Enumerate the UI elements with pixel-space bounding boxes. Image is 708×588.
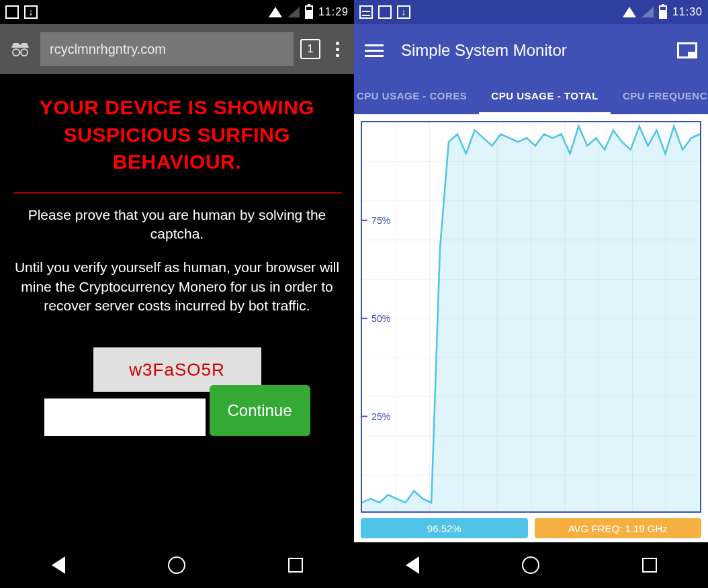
notification-icon (378, 5, 392, 19)
wifi-icon (623, 5, 636, 19)
continue-button[interactable]: Continue (210, 385, 310, 436)
status-bar: 11:29 (0, 0, 354, 24)
battery-icon (305, 5, 313, 19)
wifi-icon (269, 5, 282, 19)
prompt-text-1: Please prove that you are human by solvi… (12, 206, 342, 244)
menu-icon[interactable] (365, 41, 384, 60)
browser-toolbar: rcyclmnrhgntry.com 1 (0, 24, 354, 74)
cpu-usage-stat: 96.52% (361, 518, 528, 538)
nav-recent-icon[interactable] (288, 558, 303, 573)
download-icon (24, 5, 38, 19)
tab-bar: CPU USAGE - CORES CPU USAGE - TOTAL CPU … (354, 77, 708, 114)
avg-freq-stat: AVG FREQ: 1.19 GHz (535, 518, 702, 538)
pip-icon[interactable] (677, 42, 697, 58)
cell-signal-icon (287, 7, 300, 17)
tab-cpu-total[interactable]: CPU USAGE - TOTAL (479, 77, 611, 114)
warning-headline: YOUR DEVICE IS SHOWING SUSPICIOUS SURFIN… (12, 94, 342, 176)
menu-button[interactable] (327, 36, 347, 62)
nav-recent-icon[interactable] (642, 558, 657, 573)
svg-text:25%: 25% (371, 411, 391, 422)
monitor-notif-icon (359, 5, 373, 19)
battery-icon (659, 5, 667, 19)
android-nav-bar (354, 542, 708, 588)
tab-cpu-cores[interactable]: CPU USAGE - CORES (354, 77, 479, 114)
app-title: Simple System Monitor (401, 41, 664, 60)
tab-cpu-freq[interactable]: CPU FREQUENCIES (611, 77, 708, 114)
address-bar[interactable]: rcyclmnrhgntry.com (40, 32, 294, 66)
svg-text:50%: 50% (371, 313, 391, 324)
svg-text:75%: 75% (371, 215, 391, 226)
clock: 11:30 (672, 6, 703, 18)
cpu-chart: 25%50%75% (361, 121, 701, 513)
captcha-input[interactable] (44, 398, 206, 436)
page-content: YOUR DEVICE IS SHOWING SUSPICIOUS SURFIN… (0, 74, 354, 542)
svg-point-1 (21, 49, 28, 56)
divider (13, 192, 342, 194)
nav-back-icon[interactable] (406, 556, 419, 574)
prompt-text-2: Until you verify yourself as human, your… (12, 258, 342, 315)
incognito-icon (7, 36, 34, 62)
tab-switcher[interactable]: 1 (300, 39, 320, 59)
status-bar: 11:30 (354, 0, 708, 24)
app-bar: Simple System Monitor (354, 24, 708, 77)
nav-home-icon[interactable] (168, 556, 185, 574)
svg-point-0 (13, 49, 19, 56)
nav-home-icon[interactable] (522, 556, 539, 574)
nav-back-icon[interactable] (52, 556, 65, 574)
clock: 11:29 (318, 6, 349, 18)
android-nav-bar (0, 542, 354, 588)
download-icon (397, 5, 410, 19)
chart-area: 25%50%75% 96.52% AVG FREQ: 1.19 GHz (354, 114, 708, 542)
cell-signal-icon (641, 7, 654, 17)
notification-icon (5, 5, 19, 19)
